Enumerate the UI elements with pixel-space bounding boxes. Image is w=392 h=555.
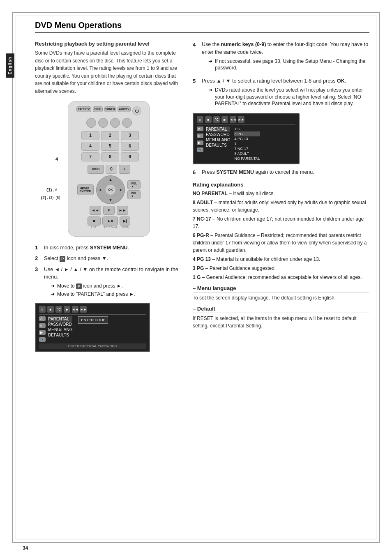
arrow-icon-3: ➜ — [208, 58, 212, 72]
nav-down[interactable]: ▼ — [109, 198, 113, 202]
menu-language-section: – Menu language To set the screen displa… — [193, 285, 369, 302]
stop-play-row: ■ STOP ►II PLAY/PAUSE ▶| PAUSE — [76, 216, 142, 228]
left-column: Restricting playback by setting parental… — [35, 41, 183, 355]
btn-circle-1 — [86, 118, 96, 128]
btn-plus[interactable]: + — [119, 165, 130, 174]
btn-7[interactable]: 7 — [81, 152, 99, 161]
disc-btn-mid[interactable]: DISC — [88, 165, 104, 174]
rating-8adult: 8 ADULT — [234, 151, 260, 156]
menu-system-btn[interactable]: MENU/SYSTEM — [77, 184, 94, 195]
dvd-icon-rew: ◄◄ — [72, 306, 78, 313]
step-1-num: 1 — [35, 244, 42, 252]
parental-icon-small: P — [76, 283, 82, 290]
pause-wrap: ▶| PAUSE — [120, 216, 130, 228]
menu-vol-row: MENU/SYSTEM ▲ ▼ ◄ ► OK VOL▲ — [76, 175, 142, 204]
aux-tv-btn: AUX/TV — [118, 106, 131, 112]
step-5-arrow: ➜ DVDs rated above the level you select … — [208, 87, 369, 107]
source-buttons: TAPE/TV DISC TUNER AUX/TV — [76, 106, 131, 115]
dvd2-icon-play: II — [197, 116, 203, 123]
circle-buttons-row — [72, 118, 145, 128]
rating-noparental: NO PARENTAL — [234, 156, 260, 161]
rating-blank: 1 — [234, 141, 260, 146]
tuner-btn: TUNER — [104, 106, 116, 112]
dvd-body-inner-2: A K ▶ 🔊 PARENTAL PASSWORD MENU/LANG DEFA… — [197, 127, 260, 161]
dvd-menu-lang: MENU/LANG — [48, 327, 72, 332]
dvd-icon-sig: ℃ — [55, 306, 62, 313]
dvd-menu-defaults: DEFAULTS — [48, 332, 72, 338]
dvd-icon-pic: 🔊 — [39, 337, 46, 342]
btn-0[interactable]: 0 — [106, 165, 117, 174]
dvd-menu-list-2: PARENTAL PASSWORD MENU/LANG DEFAULTS — [206, 127, 230, 161]
dvd2-icon-sp: ▶ — [197, 140, 203, 145]
dvd-menu-list-1: PARENTAL PASSWORD MENU/LANG DEFAULTS — [48, 316, 72, 338]
dvd-left-icons: A K ▶ 🔊 — [39, 316, 46, 342]
parental-icon-inline: P — [60, 256, 65, 262]
dvd2-icon-sig: ℃ — [213, 116, 220, 123]
btn-3[interactable]: 3 — [121, 131, 139, 140]
stop-btn[interactable]: ■ — [88, 216, 101, 226]
btn-4[interactable]: 4 — [81, 142, 99, 151]
vol-btn-wrap: VOL▲ VOL▼ — [127, 180, 141, 199]
step-6-text: Press SYSTEM MENU again to cancel the me… — [202, 168, 314, 177]
nav-up[interactable]: ▲ — [109, 177, 113, 182]
ok-button[interactable]: OK — [105, 184, 116, 195]
rew-btn[interactable]: ◄◄ — [90, 206, 101, 215]
step-3-arrow-2-text: Move to "PARENTAL" and press ►. — [57, 291, 136, 298]
page-border-bottom — [12, 542, 380, 543]
dvd-screen-bottom-label: ENTER PARENTAL PASSWORD — [39, 343, 146, 349]
btn-1[interactable]: 1 — [81, 131, 99, 140]
rating-8adult: 8 ADULT – material for adults only; view… — [193, 199, 369, 214]
dvd-icon-stop: ■ — [47, 306, 54, 313]
page-title: DVD Menu Operations — [35, 21, 369, 33]
rating-3pg-text: 3 PG – Parental Guidance suggested. — [193, 265, 369, 272]
dvd-screen-1: II ■ ℃ ▶ ◄◄ ►► A K ▶ 🔊 — [35, 303, 150, 352]
arrow-icon-2: ➜ — [51, 291, 55, 298]
btn-8[interactable]: 8 — [101, 152, 119, 161]
rating-3pg: 3 PG — [234, 131, 260, 136]
stop-label: STOP — [91, 226, 97, 228]
transport-row: ◄◄ ▼ ►► — [76, 206, 142, 215]
dvd2-menu-password: PASSWORD — [206, 132, 230, 137]
fwd-btn[interactable]: ►► — [117, 206, 128, 215]
language-tab: English — [6, 53, 14, 78]
power-button[interactable]: ⏻ — [132, 106, 141, 115]
page-border-right — [379, 12, 380, 543]
step-3-num: 3 — [35, 266, 42, 299]
step-3-arrow-2: ➜ Move to "PARENTAL" and press ►. — [51, 291, 183, 298]
stop-wrap: ■ STOP — [88, 216, 101, 228]
btn-5[interactable]: 5 — [101, 142, 119, 151]
step-2: 2 Select P icon and press ▼. — [35, 255, 183, 263]
step-6: 6 Press SYSTEM MENU again to cancel the … — [193, 168, 369, 177]
btn-9[interactable]: 9 — [121, 152, 139, 161]
playpause-label: PLAY/PAUSE — [103, 226, 118, 228]
dvd-icon-speaker: ▶ — [39, 330, 46, 335]
dvd-icon-k: K — [39, 323, 46, 328]
pause-btn[interactable]: ▶| — [120, 216, 130, 226]
step-4-arrow-text: If not successful, see page 33, Using th… — [215, 58, 369, 72]
nav-circle: ▲ ▼ ◄ ► OK — [96, 175, 125, 204]
vol-btn[interactable]: VOL▲ — [127, 180, 141, 189]
dvd2-icon-rew: ◄◄ — [230, 116, 236, 123]
step-1: 1 In disc mode, press SYSTEM MENU. — [35, 244, 183, 252]
arrow-icon-1: ➜ — [51, 283, 55, 290]
inner-border-bottom — [16, 539, 376, 539]
down-btn[interactable]: ▼ — [103, 206, 115, 215]
menu-language-heading: – Menu language — [193, 285, 369, 292]
btn-2[interactable]: 2 — [101, 131, 119, 140]
dvd-icon-play: II — [39, 306, 46, 313]
playpause-btn[interactable]: ►II — [102, 216, 118, 226]
remote-wrapper: 4 (1), 6 (2), (3), (5) TAPE/TV DISC — [68, 101, 150, 237]
steps-left: 1 In disc mode, press SYSTEM MENU. 2 Sel… — [35, 244, 183, 300]
zero-row: DISC 0 + — [76, 165, 142, 174]
dvd2-icon-k: K — [197, 134, 203, 138]
disc-btn: DISC — [93, 106, 103, 112]
nav-right[interactable]: ► — [119, 188, 123, 192]
step-5-arrow-text: DVDs rated above the level you select wi… — [215, 87, 369, 107]
vol-down-btn[interactable]: VOL▼ — [127, 190, 141, 199]
btn-circle-4 — [122, 118, 132, 128]
btn-circle-2 — [98, 118, 108, 128]
btn-6[interactable]: 6 — [121, 142, 139, 151]
dvd-screen-top-1: II ■ ℃ ▶ ◄◄ ►► — [39, 306, 146, 315]
nav-left[interactable]: ◄ — [98, 188, 102, 192]
step-4: 4 Use the numeric keys (0-9) to enter th… — [193, 41, 369, 73]
